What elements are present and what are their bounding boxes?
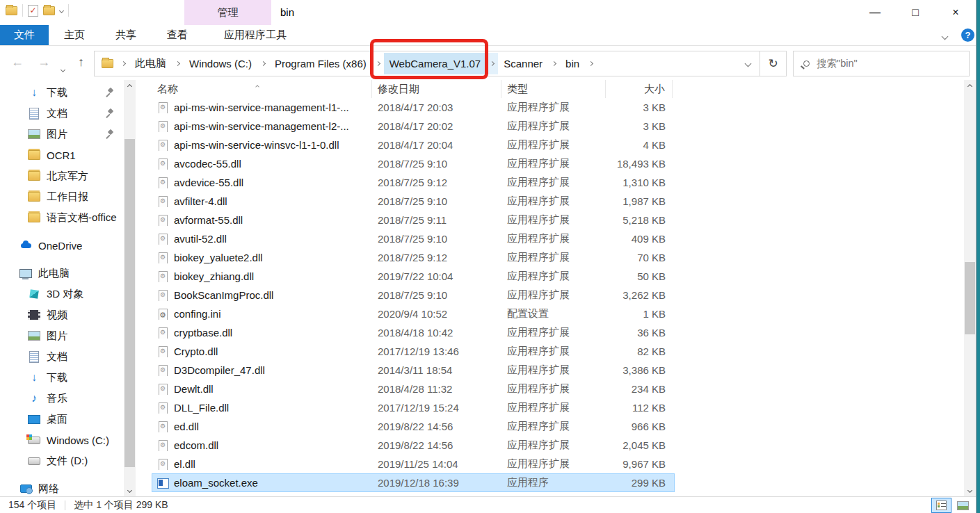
sidebar-item[interactable]: 语言文档-office bbox=[0, 207, 124, 228]
up-button[interactable]: ↑ bbox=[78, 55, 84, 70]
close-button[interactable]: × bbox=[935, 0, 976, 25]
file-row[interactable]: Crypto.dll 2017/12/19 13:46 应用程序扩展 82 KB bbox=[152, 342, 675, 361]
breadcrumb-segment[interactable]: WebCamera_V1.07 bbox=[384, 53, 498, 74]
file-row[interactable]: avdevice-55.dll 2018/7/25 9:12 应用程序扩展 1,… bbox=[152, 173, 675, 192]
breadcrumb-segment-label[interactable]: Scanner bbox=[498, 53, 548, 74]
sidebar-item[interactable]: OneDrive bbox=[0, 235, 124, 256]
file-row[interactable]: confing.ini 2020/9/4 10:52 配置设置 1 KB bbox=[152, 304, 675, 323]
breadcrumb-segment-label[interactable]: WebCamera_V1.07 bbox=[384, 53, 486, 74]
file-row[interactable]: ed.dll 2019/8/22 14:56 应用程序扩展 966 KB bbox=[152, 417, 675, 436]
scrollbar-thumb[interactable] bbox=[965, 262, 975, 334]
file-row[interactable]: avcodec-55.dll 2018/7/25 9:10 应用程序扩展 18,… bbox=[152, 154, 675, 173]
sidebar-item[interactable]: 下载 bbox=[0, 82, 124, 103]
sidebar-item[interactable]: 视频 bbox=[0, 304, 124, 325]
breadcrumb-chevron-icon[interactable] bbox=[372, 62, 384, 65]
file-row[interactable]: api-ms-win-service-management-l2-... 201… bbox=[152, 117, 675, 136]
column-header-date[interactable]: 修改日期 bbox=[372, 80, 501, 98]
breadcrumb-segment[interactable]: Scanner bbox=[498, 53, 560, 74]
address-dropdown-chevron-icon[interactable] bbox=[736, 51, 760, 76]
breadcrumb-segment[interactable]: Windows (C:) bbox=[184, 53, 269, 74]
sidebar-item[interactable]: 文档 bbox=[0, 346, 124, 367]
file-list-scrollbar[interactable] bbox=[964, 80, 976, 496]
sidebar-item[interactable]: 桌面 bbox=[0, 409, 124, 430]
address-bar[interactable]: 此电脑 Windows (C:) Program Files (x86) Web… bbox=[94, 51, 787, 76]
new-folder-icon[interactable] bbox=[43, 6, 55, 15]
tab-app-tools[interactable]: 应用程序工具 bbox=[211, 25, 299, 45]
sidebar-item[interactable]: 图片 bbox=[0, 124, 124, 145]
sidebar-item[interactable]: 3D 对象 bbox=[0, 284, 124, 304]
breadcrumb-segment-label[interactable]: Program Files (x86) bbox=[269, 53, 372, 74]
file-row[interactable]: D3Dcompiler_47.dll 2014/3/11 18:54 应用程序扩… bbox=[152, 361, 675, 380]
file-date: 2018/7/25 9:12 bbox=[372, 252, 501, 263]
scroll-up-icon[interactable] bbox=[124, 80, 136, 92]
sort-ascending-icon bbox=[256, 79, 259, 90]
file-row[interactable]: DLL_File.dll 2017/12/19 15:24 应用程序扩展 112… bbox=[152, 398, 675, 417]
sidebar-item-icon bbox=[28, 170, 40, 181]
search-box[interactable]: 搜索"bin" bbox=[793, 51, 970, 76]
file-row[interactable]: api-ms-win-service-winsvc-l1-1-0.dll 201… bbox=[152, 136, 675, 154]
breadcrumb-chevron-icon[interactable] bbox=[257, 62, 269, 65]
file-row[interactable]: avfilter-4.dll 2018/7/25 9:10 应用程序扩展 1,9… bbox=[152, 192, 675, 211]
breadcrumb-chevron-icon[interactable] bbox=[172, 62, 184, 65]
file-row[interactable]: api-ms-win-service-management-l1-... 201… bbox=[152, 98, 675, 117]
file-row[interactable]: avformat-55.dll 2018/7/25 9:11 应用程序扩展 5,… bbox=[152, 211, 675, 229]
breadcrumb-chevron-icon[interactable] bbox=[585, 62, 597, 65]
file-row[interactable]: cryptbase.dll 2018/4/18 10:42 应用程序扩展 36 … bbox=[152, 323, 675, 342]
tab-home[interactable]: 主页 bbox=[49, 25, 100, 45]
file-row[interactable]: biokey_zhiang.dll 2019/7/22 10:04 应用程序扩展… bbox=[152, 267, 675, 286]
breadcrumb-segment[interactable]: Program Files (x86) bbox=[269, 53, 384, 74]
tab-file[interactable]: 文件 bbox=[0, 25, 49, 45]
minimize-button[interactable]: — bbox=[855, 0, 895, 25]
help-icon[interactable]: ? bbox=[961, 28, 974, 42]
tab-share[interactable]: 共享 bbox=[100, 25, 152, 45]
column-header-name[interactable]: 名称 bbox=[152, 80, 372, 98]
sidebar-item[interactable]: 音乐 bbox=[0, 388, 124, 409]
breadcrumb-segment-label[interactable]: Windows (C:) bbox=[184, 53, 257, 74]
file-row[interactable]: biokey_yaluete2.dll 2018/7/25 9:12 应用程序扩… bbox=[152, 248, 675, 267]
forward-button[interactable]: → bbox=[38, 55, 50, 70]
sidebar-item[interactable]: Windows (C:) bbox=[0, 430, 124, 450]
breadcrumb-segment[interactable]: 此电脑 bbox=[129, 52, 184, 75]
file-type-icon bbox=[157, 421, 168, 432]
sidebar-item[interactable]: 下载 bbox=[0, 367, 124, 388]
file-row[interactable]: Dewlt.dll 2018/4/28 11:32 应用程序扩展 234 KB bbox=[152, 380, 675, 398]
file-row[interactable]: BookScanImgProc.dll 2018/7/25 9:10 应用程序扩… bbox=[152, 286, 675, 304]
column-header-size[interactable]: 大小 bbox=[606, 80, 673, 98]
breadcrumb-segment[interactable]: bin bbox=[560, 53, 597, 74]
maximize-button[interactable]: □ bbox=[895, 0, 935, 25]
file-row[interactable]: edcom.dll 2019/8/22 14:56 应用程序扩展 2,045 K… bbox=[152, 436, 675, 455]
column-header-type[interactable]: 类型 bbox=[501, 80, 606, 98]
breadcrumb-chevron-icon[interactable] bbox=[118, 62, 129, 65]
back-button[interactable]: ← bbox=[11, 55, 24, 70]
details-view-button[interactable] bbox=[931, 498, 951, 513]
file-row[interactable]: el.dll 2019/11/25 14:04 应用程序扩展 9,967 KB bbox=[152, 455, 675, 473]
breadcrumb-segment-label[interactable]: 此电脑 bbox=[129, 52, 172, 75]
file-row[interactable]: avutil-52.dll 2018/7/25 9:10 应用程序扩展 409 … bbox=[152, 229, 675, 248]
tab-view[interactable]: 查看 bbox=[152, 25, 203, 45]
qat-customize-chevron-icon[interactable] bbox=[59, 8, 64, 13]
breadcrumb-chevron-icon[interactable] bbox=[548, 62, 560, 65]
recent-locations-chevron-icon[interactable] bbox=[61, 60, 65, 75]
scroll-down-icon[interactable] bbox=[964, 484, 976, 496]
scroll-down-icon[interactable] bbox=[124, 484, 136, 496]
file-row[interactable]: eloam_socket.exe 2019/12/18 16:39 应用程序 2… bbox=[152, 473, 675, 492]
current-folder-icon[interactable] bbox=[102, 59, 113, 68]
breadcrumb-chevron-icon[interactable] bbox=[486, 53, 498, 74]
sidebar-scrollbar[interactable] bbox=[124, 80, 136, 496]
sidebar-item[interactable]: 文档 bbox=[0, 103, 124, 124]
thumbnail-view-button[interactable] bbox=[953, 498, 973, 513]
sidebar-item[interactable]: 图片 bbox=[0, 325, 124, 346]
properties-check-icon[interactable]: ✓ bbox=[28, 5, 38, 17]
sidebar-item[interactable]: 网络 bbox=[0, 478, 124, 496]
sidebar-item[interactable]: 北京军方 bbox=[0, 165, 124, 186]
sidebar-item[interactable]: 工作日报 bbox=[0, 186, 124, 207]
breadcrumb-segment-label[interactable]: bin bbox=[560, 53, 585, 74]
ribbon-collapse-chevron-icon[interactable] bbox=[940, 26, 950, 44]
scroll-up-icon[interactable] bbox=[964, 80, 976, 92]
refresh-button[interactable]: ↻ bbox=[760, 51, 786, 76]
sidebar-item[interactable]: OCR1 bbox=[0, 145, 124, 165]
sidebar-item[interactable]: 此电脑 bbox=[0, 263, 124, 284]
scrollbar-thumb[interactable] bbox=[124, 139, 135, 467]
sidebar-item[interactable]: 文件 (D:) bbox=[0, 450, 124, 471]
folder-icon[interactable] bbox=[6, 6, 17, 15]
